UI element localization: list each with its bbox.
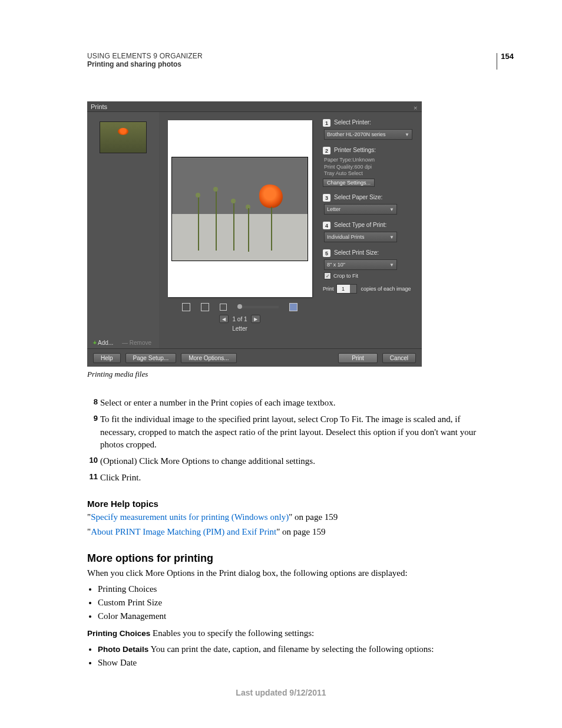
bullet-printing-choices: Printing Choices <box>98 584 497 594</box>
close-icon[interactable]: × <box>414 104 418 109</box>
printer-dropdown[interactable]: Brother HL-2070N series▼ <box>324 129 412 140</box>
preview-paper-label: Letter <box>232 325 247 332</box>
page: 154 USING ELEMENTS 9 ORGANIZER Printing … <box>0 0 562 728</box>
more-options-button[interactable]: More Options... <box>181 353 236 363</box>
step2-label: Printer Settings: <box>334 147 376 154</box>
step-number: 1 <box>323 119 330 127</box>
printing-choices-row: Printing Choices Enables you to specify … <box>87 627 497 640</box>
setting-print-quality: Print Quality:600 dpi <box>324 164 416 171</box>
step-number: 4 <box>323 222 330 229</box>
step-number: 2 <box>323 147 330 154</box>
bullet-photo-details: Photo Details You can print the date, ca… <box>98 644 497 654</box>
plus-icon[interactable]: + <box>93 340 97 346</box>
step-number-11: 11 <box>87 472 98 485</box>
printing-choices-sublist: Photo Details You can print the date, ca… <box>87 644 497 668</box>
help-ref-2: "About PRINT Image Matching (PIM) and Ex… <box>87 527 497 537</box>
orientation-landscape-icon[interactable] <box>201 303 209 311</box>
photo-details-label: Photo Details <box>98 645 148 654</box>
prev-page-button[interactable]: ◀ <box>219 315 229 323</box>
help-link-2[interactable]: About PRINT Image Matching (PIM) and Exi… <box>91 527 276 536</box>
print-type-dropdown[interactable]: Individual Prints▼ <box>324 232 397 242</box>
paper-size-value: Letter <box>327 206 340 212</box>
print-preview <box>168 120 312 297</box>
more-help-heading: More Help topics <box>87 499 497 509</box>
zoom-out-icon[interactable] <box>220 304 227 311</box>
zoom-slider[interactable] <box>237 306 279 308</box>
section-intro: When you click More Options in the Print… <box>87 567 497 579</box>
stem-graphic <box>198 197 199 251</box>
dialog-titlebar: Prints × <box>87 101 422 112</box>
chevron-down-icon: ▼ <box>389 262 394 268</box>
print-type-value: Individual Prints <box>327 234 365 240</box>
step-select-printer: 1Select Printer: Brother HL-2070N series… <box>323 119 416 140</box>
change-settings-button[interactable]: Change Settings... <box>323 179 375 187</box>
setting-tray: Tray Auto Select <box>324 170 416 177</box>
step-10-text: (Optional) Click More Options to change … <box>100 455 497 468</box>
help-ref-1: "Specify measurement units for printing … <box>87 512 497 522</box>
page-indicator: 1 of 1 <box>232 316 247 322</box>
step-print-type: 4Select Type of Print: Individual Prints… <box>323 222 416 242</box>
page-setup-button[interactable]: Page Setup... <box>125 353 177 363</box>
checkbox-icon: ✓ <box>324 272 331 279</box>
step-paper-size: 3Select Paper Size: Letter▼ <box>323 194 416 215</box>
step-number: 3 <box>323 194 330 202</box>
paper-size-dropdown[interactable]: Letter▼ <box>324 204 397 215</box>
step-11-text: Click Print. <box>100 472 497 485</box>
copies-value: 1 <box>342 286 345 292</box>
bullet-show-date: Show Date <box>98 658 497 668</box>
bud-graphic <box>196 193 200 197</box>
copies-row: Print 1 copies of each image <box>323 284 416 294</box>
printing-choices-label: Printing Choices <box>87 629 150 638</box>
print-button[interactable]: Print <box>338 353 378 363</box>
step4-label: Select Type of Print: <box>334 222 386 229</box>
settings-pane: 1Select Printer: Brother HL-2070N series… <box>320 112 422 348</box>
crop-label: Crop to Fit <box>333 273 358 279</box>
remove-button[interactable]: Remove <box>130 340 151 346</box>
help-link-1[interactable]: Specify measurement units for printing (… <box>91 512 289 522</box>
step-number-8: 8 <box>87 397 98 410</box>
chevron-down-icon: ▼ <box>389 207 394 212</box>
zoom-in-icon[interactable] <box>289 303 297 311</box>
last-updated: Last updated 9/12/2011 <box>0 688 562 697</box>
bullet-color-mgmt: Color Management <box>98 611 497 621</box>
copies-pre: Print <box>323 286 334 292</box>
dialog-footer: Help Page Setup... More Options... Print… <box>87 348 422 367</box>
print-size-value: 8" x 10" <box>327 262 345 268</box>
thumbnail[interactable] <box>100 121 147 153</box>
chevron-down-icon: ▼ <box>389 235 394 240</box>
copies-post: copies of each image <box>361 286 411 292</box>
doc-header-title: USING ELEMENTS 9 ORGANIZER <box>87 52 497 60</box>
header-divider <box>497 53 497 70</box>
copies-spinner[interactable]: 1 <box>336 284 351 294</box>
bullet-custom-size: Custom Print Size <box>98 598 497 608</box>
instruction-list: 8Select or enter a number in the Print c… <box>87 397 497 485</box>
step-8-text: Select or enter a number in the Print co… <box>100 397 497 410</box>
cancel-button[interactable]: Cancel <box>382 353 416 363</box>
crop-to-fit-checkbox[interactable]: ✓Crop to Fit <box>324 272 416 279</box>
next-page-button[interactable]: ▶ <box>251 315 260 323</box>
step1-label: Select Printer: <box>334 119 371 127</box>
options-list: Printing Choices Custom Print Size Color… <box>87 584 497 621</box>
help-ref-1-suffix: " on page 159 <box>289 512 338 522</box>
figure-caption: Printing media files <box>87 370 497 379</box>
orientation-portrait-icon[interactable] <box>182 303 190 311</box>
step-printer-settings: 2Printer Settings: Paper Type:Unknown Pr… <box>323 147 416 187</box>
step-9-text: To fit the individual image to the speci… <box>100 413 497 452</box>
help-ref-2-suffix: " on page 159 <box>276 527 325 536</box>
minus-icon[interactable]: — <box>122 340 128 346</box>
setting-paper-type: Paper Type:Unknown <box>324 157 416 164</box>
photo-details-text: You can print the date, caption, and fil… <box>148 644 434 654</box>
bud-graphic <box>231 199 236 203</box>
stem-graphic <box>233 203 234 251</box>
page-nav: ◀ 1 of 1 ▶ <box>219 315 260 323</box>
preview-tools <box>182 303 297 311</box>
step-number-9: 9 <box>87 413 98 452</box>
print-size-dropdown[interactable]: 8" x 10"▼ <box>324 259 397 270</box>
help-button[interactable]: Help <box>93 353 121 363</box>
stem-graphic <box>216 192 217 251</box>
prints-dialog: Prints × + Add... — Remove <box>87 101 422 366</box>
preview-image[interactable] <box>171 157 308 261</box>
stem-graphic <box>248 208 249 252</box>
add-button[interactable]: Add... <box>98 340 113 346</box>
thumbnail-pane: + Add... — Remove <box>87 112 159 348</box>
